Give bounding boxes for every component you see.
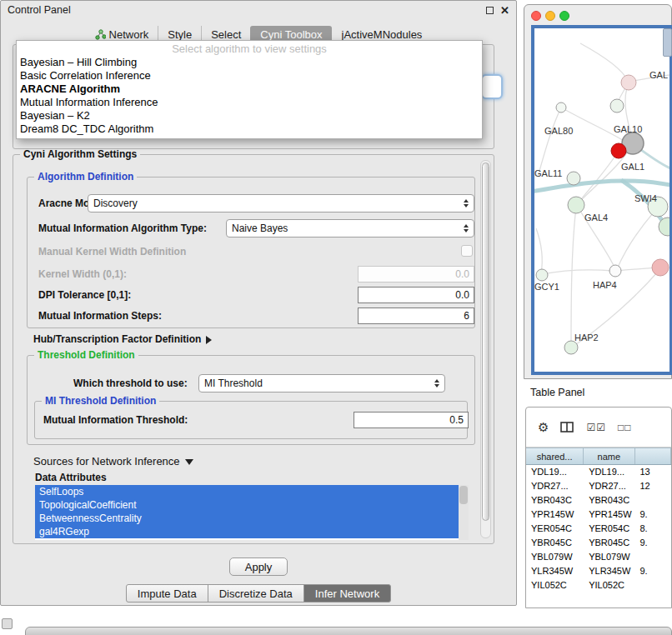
table-row[interactable]: YBL079W YBL079W bbox=[526, 550, 671, 564]
network-node bbox=[556, 102, 566, 112]
mi-steps-field[interactable]: 6 bbox=[358, 308, 474, 324]
table-toolbar: ⚙ ☑☑ □□ bbox=[526, 408, 671, 448]
sources-header-label: Sources for Network Inference bbox=[33, 455, 180, 468]
kernel-width-field[interactable]: 0.0 bbox=[358, 266, 474, 282]
attribute-item-selected[interactable]: BetweennessCentrality bbox=[35, 512, 459, 525]
field-value: 6 bbox=[464, 310, 469, 322]
combo-value: MI Threshold bbox=[204, 378, 263, 389]
attribute-item-selected[interactable]: TopologicalCoefficient bbox=[35, 498, 459, 512]
cell: YLR345W bbox=[584, 564, 634, 578]
tab-impute-data[interactable]: Impute Data bbox=[126, 584, 208, 602]
close-traffic-light-icon[interactable] bbox=[531, 11, 541, 21]
manual-kernel-label: Manual Kernel Width Definition bbox=[38, 246, 186, 258]
zoom-traffic-light-icon[interactable] bbox=[559, 11, 569, 21]
attribute-item-selected[interactable]: SelfLoops bbox=[35, 485, 459, 498]
collapsed-panel-icon[interactable] bbox=[2, 618, 13, 629]
algorithm-option[interactable]: Dream8 DC_TDC Algorithm bbox=[17, 122, 482, 136]
gear-icon[interactable]: ⚙ bbox=[538, 421, 549, 433]
mi-type-label: Mutual Information Algorithm Type: bbox=[38, 222, 207, 234]
aracne-mode-select[interactable]: Discovery bbox=[88, 194, 474, 212]
column-header[interactable] bbox=[635, 448, 672, 464]
network-node bbox=[567, 172, 580, 185]
float-window-icon[interactable] bbox=[486, 7, 494, 14]
table-row[interactable]: YIL052C YIL052C bbox=[526, 578, 671, 592]
algorithm-option[interactable]: Basic Correlation Inference bbox=[17, 69, 482, 82]
field-value: 0.5 bbox=[449, 414, 464, 426]
sources-section-toggle[interactable]: Sources for Network Inference bbox=[33, 455, 193, 468]
dpi-tolerance-field[interactable]: 0.0 bbox=[358, 287, 474, 303]
column-header[interactable]: shared... bbox=[526, 448, 584, 464]
group-title: Cyni Algorithm Settings bbox=[20, 148, 140, 160]
attribute-item-selected[interactable]: gal4RGexp bbox=[35, 525, 459, 538]
table-row[interactable]: YPR145W YPR145W 9. bbox=[526, 508, 671, 522]
network-icon bbox=[95, 29, 106, 40]
node-label: GAL80 bbox=[544, 126, 573, 136]
table-row[interactable]: YDL19... YDL19... 13 bbox=[526, 465, 671, 479]
bottom-panel-bar[interactable] bbox=[25, 627, 672, 635]
mi-threshold-field[interactable]: 0.5 bbox=[354, 412, 469, 428]
algorithm-option-selected[interactable]: ARACNE Algorithm bbox=[17, 82, 482, 96]
cell: YER054C bbox=[526, 522, 584, 536]
columns-icon[interactable] bbox=[560, 422, 574, 433]
close-icon[interactable]: ✕ bbox=[500, 5, 509, 16]
network-scrollbar-thumb[interactable] bbox=[663, 28, 672, 57]
data-attributes-list: SelfLoops TopologicalCoefficient Between… bbox=[35, 485, 469, 540]
data-attributes-label: Data Attributes bbox=[35, 472, 107, 483]
desktop: Control Panel ✕ Network Style bbox=[0, 0, 672, 635]
list-scrollbar[interactable] bbox=[459, 485, 469, 540]
cell: YIL052C bbox=[526, 578, 584, 592]
cell bbox=[634, 493, 671, 508]
network-canvas[interactable]: GAL GAL80 GAL10 GAL1 GAL11 SWI4 GAL4 GCY… bbox=[531, 25, 672, 375]
algorithm-option[interactable]: Mutual Information Inference bbox=[17, 96, 482, 109]
cell bbox=[634, 550, 671, 564]
mi-threshold-label: Mutual Information Threshold: bbox=[43, 414, 188, 426]
table-row[interactable]: YER054C YER054C 8. bbox=[526, 522, 671, 536]
tab-discretize-data[interactable]: Discretize Data bbox=[208, 584, 304, 602]
dropdown-arrows-icon bbox=[434, 379, 439, 388]
cell: YBL079W bbox=[584, 550, 634, 564]
field-value: 0.0 bbox=[455, 268, 469, 280]
mi-threshold-group: MI Threshold Definition Mutual Informati… bbox=[34, 401, 468, 439]
node-label: GAL10 bbox=[614, 124, 642, 134]
dropdown-arrows-icon bbox=[464, 224, 469, 232]
cell: YIL052C bbox=[584, 578, 634, 592]
refresh-button-partial[interactable] bbox=[481, 74, 503, 99]
network-node-gal4 bbox=[568, 197, 584, 213]
scrollbar-thumb[interactable] bbox=[459, 486, 468, 504]
network-node bbox=[564, 341, 578, 354]
algorithm-option[interactable]: Bayesian – Hill Climbing bbox=[17, 56, 482, 69]
kernel-width-label: Kernel Width (0,1): bbox=[38, 268, 127, 280]
table-row[interactable]: YLR345W YLR345W 9. bbox=[526, 564, 671, 578]
minimize-traffic-light-icon[interactable] bbox=[545, 11, 555, 21]
scrollbar-thumb[interactable] bbox=[482, 162, 489, 521]
threshold-definition-group: Threshold Definition Which threshold to … bbox=[27, 355, 475, 445]
hub-section-label: Hub/Transcription Factor Definition bbox=[33, 333, 201, 345]
cyni-algorithm-settings-group: Cyni Algorithm Settings Algorithm Defini… bbox=[13, 154, 494, 544]
settings-scrollbar[interactable] bbox=[480, 160, 491, 538]
which-threshold-select[interactable]: MI Threshold bbox=[198, 374, 445, 392]
group-title: MI Threshold Definition bbox=[42, 395, 159, 407]
cell: 12 bbox=[634, 479, 671, 493]
table-row[interactable]: YBR043C YBR043C bbox=[526, 493, 671, 508]
tab-infer-network[interactable]: Infer Network bbox=[303, 584, 391, 602]
algorithm-option[interactable]: Bayesian – K2 bbox=[17, 109, 482, 122]
expanded-arrow-icon bbox=[185, 459, 193, 465]
node-label: HAP2 bbox=[574, 332, 599, 342]
network-node bbox=[652, 259, 669, 276]
table-row[interactable]: YDR27... YDR27... 12 bbox=[526, 479, 671, 493]
window-controls bbox=[531, 11, 569, 21]
apply-button[interactable]: Apply bbox=[229, 558, 288, 576]
table-row[interactable]: YBR045C YBR045C 9. bbox=[526, 536, 671, 550]
select-all-icon[interactable]: ☑☑ bbox=[586, 422, 606, 433]
cell: YBR043C bbox=[584, 493, 634, 508]
hub-section-toggle[interactable]: Hub/Transcription Factor Definition bbox=[33, 333, 212, 345]
manual-kernel-checkbox[interactable] bbox=[461, 245, 473, 257]
table-panel-title: Table Panel bbox=[530, 387, 584, 398]
cell bbox=[634, 578, 671, 592]
control-panel-titlebar: Control Panel ✕ bbox=[1, 1, 516, 19]
tab-label: Infer Network bbox=[315, 588, 379, 600]
deselect-all-icon[interactable]: □□ bbox=[618, 422, 632, 433]
network-node bbox=[536, 269, 548, 281]
mi-type-select[interactable]: Naive Bayes bbox=[226, 219, 474, 238]
column-header[interactable]: name bbox=[584, 448, 634, 464]
